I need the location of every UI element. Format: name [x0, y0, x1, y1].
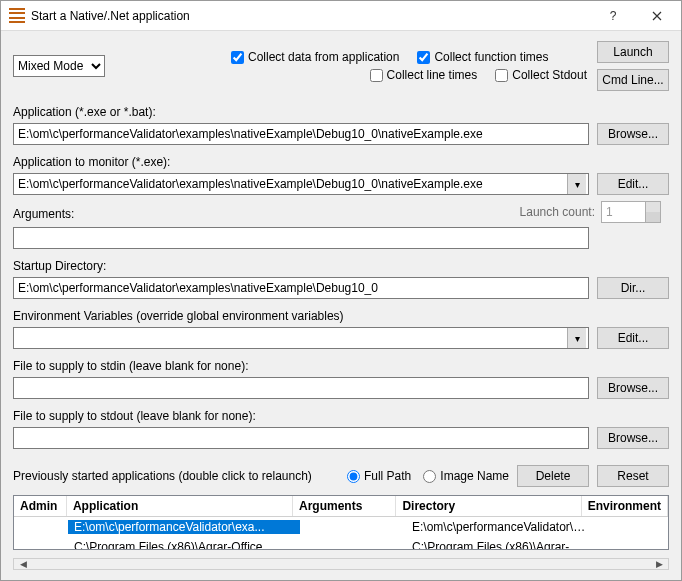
col-environment[interactable]: Environment [582, 496, 668, 516]
delete-button[interactable]: Delete [517, 465, 589, 487]
launch-button[interactable]: Launch [597, 41, 669, 63]
collect-stdout-checkbox[interactable]: Collect Stdout [495, 68, 587, 82]
browse-stdout-button[interactable]: Browse... [597, 427, 669, 449]
scroll-right-icon[interactable]: ▶ [650, 559, 668, 569]
edit-monitor-button[interactable]: Edit... [597, 173, 669, 195]
table-row[interactable]: C:\Program Files (x86)\Agrar-Office...C:… [14, 537, 668, 550]
titlebar: Start a Native/.Net application ? [1, 1, 681, 31]
scroll-left-icon[interactable]: ◀ [14, 559, 32, 569]
col-arguments[interactable]: Arguments [293, 496, 396, 516]
stdin-input[interactable] [13, 377, 589, 399]
previous-apps-label: Previously started applications (double … [13, 469, 312, 483]
reset-button[interactable]: Reset [597, 465, 669, 487]
collect-fn-checkbox[interactable]: Collect function times [417, 50, 548, 64]
browse-app-button[interactable]: Browse... [597, 123, 669, 145]
edit-env-button[interactable]: Edit... [597, 327, 669, 349]
monitor-label: Application to monitor (*.exe): [13, 155, 669, 169]
previous-apps-table: Admin Application Arguments Directory En… [13, 495, 669, 550]
stdin-label: File to supply to stdin (leave blank for… [13, 359, 669, 373]
col-directory[interactable]: Directory [396, 496, 581, 516]
window-title: Start a Native/.Net application [31, 9, 591, 23]
stdout-label: File to supply to stdout (leave blank fo… [13, 409, 669, 423]
mode-select[interactable]: Mixed Mode [13, 55, 105, 77]
close-icon [652, 11, 662, 21]
application-input[interactable] [13, 123, 589, 145]
application-label: Application (*.exe or *.bat): [13, 105, 669, 119]
close-button[interactable] [635, 2, 679, 30]
browse-stdin-button[interactable]: Browse... [597, 377, 669, 399]
horizontal-scrollbar[interactable]: ◀ ▶ [13, 558, 669, 570]
launch-count-spinner[interactable]: 1 [601, 201, 661, 223]
collect-app-checkbox[interactable]: Collect data from application [231, 50, 399, 64]
imagename-radio[interactable]: Image Name [423, 469, 509, 483]
launch-count-label: Launch count: [520, 205, 595, 219]
col-application[interactable]: Application [67, 496, 293, 516]
collect-line-checkbox[interactable]: Collect line times [370, 68, 478, 82]
startup-input[interactable] [13, 277, 589, 299]
dir-button[interactable]: Dir... [597, 277, 669, 299]
arguments-label: Arguments: [13, 207, 74, 221]
app-icon [9, 8, 25, 24]
envvars-label: Environment Variables (override global e… [13, 309, 669, 323]
startup-label: Startup Directory: [13, 259, 669, 273]
dialog-content: Mixed Mode Collect data from application… [1, 31, 681, 580]
help-button[interactable]: ? [591, 2, 635, 30]
cmdline-button[interactable]: Cmd Line... [597, 69, 669, 91]
monitor-dropdown[interactable]: E:\om\c\performanceValidator\examples\na… [13, 173, 589, 195]
arguments-input[interactable] [13, 227, 589, 249]
stdout-input[interactable] [13, 427, 589, 449]
col-admin[interactable]: Admin [14, 496, 67, 516]
dialog-window: Start a Native/.Net application ? Mixed … [0, 0, 682, 581]
fullpath-radio[interactable]: Full Path [347, 469, 411, 483]
envvars-dropdown[interactable] [13, 327, 589, 349]
table-row[interactable]: E:\om\c\performanceValidator\exa...E:\om… [14, 517, 668, 537]
